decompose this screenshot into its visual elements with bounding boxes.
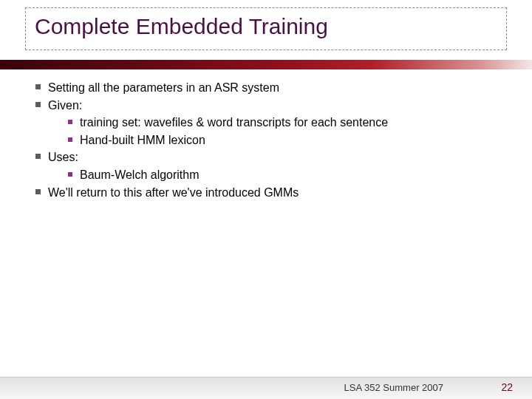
sub-list: Baum-Welch algorithm (35, 167, 494, 185)
list-item: Setting all the parameters in an ASR sys… (35, 80, 494, 98)
bullet-icon (68, 137, 72, 142)
list-item-text: Given: (48, 98, 494, 114)
title-box: Complete Embedded Training (25, 7, 507, 50)
slide: Complete Embedded Training Setting all t… (0, 0, 532, 399)
list-item-text: Setting all the parameters in an ASR sys… (48, 80, 494, 96)
list-item: Hand-built HMM lexicon (68, 132, 494, 150)
footer-band (0, 377, 532, 399)
list-item-text: Hand-built HMM lexicon (80, 132, 494, 149)
page-number: 22 (501, 381, 513, 393)
bullet-icon (35, 102, 41, 107)
footer-text: LSA 352 Summer 2007 (344, 382, 443, 393)
list-item-text: training set: wavefiles & word transcrip… (80, 115, 494, 131)
bullet-icon (35, 189, 41, 194)
list-item: Given: (35, 98, 494, 115)
list-item: Uses: (35, 149, 494, 167)
list-item-text: We'll return to this after we've introdu… (48, 185, 494, 201)
slide-title: Complete Embedded Training (35, 14, 497, 39)
bullet-icon (68, 120, 72, 124)
divider-bar (0, 59, 532, 69)
sub-list: training set: wavefiles & word transcrip… (35, 115, 494, 149)
bullet-icon (35, 154, 41, 159)
bullet-icon (35, 84, 41, 89)
content-area: Setting all the parameters in an ASR sys… (35, 80, 494, 202)
list-item: training set: wavefiles & word transcrip… (68, 115, 494, 132)
bullet-icon (68, 172, 72, 177)
list-item: Baum-Welch algorithm (68, 167, 494, 185)
list-item-text: Uses: (48, 149, 494, 166)
list-item: We'll return to this after we've introdu… (35, 185, 494, 202)
list-item-text: Baum-Welch algorithm (80, 167, 494, 183)
